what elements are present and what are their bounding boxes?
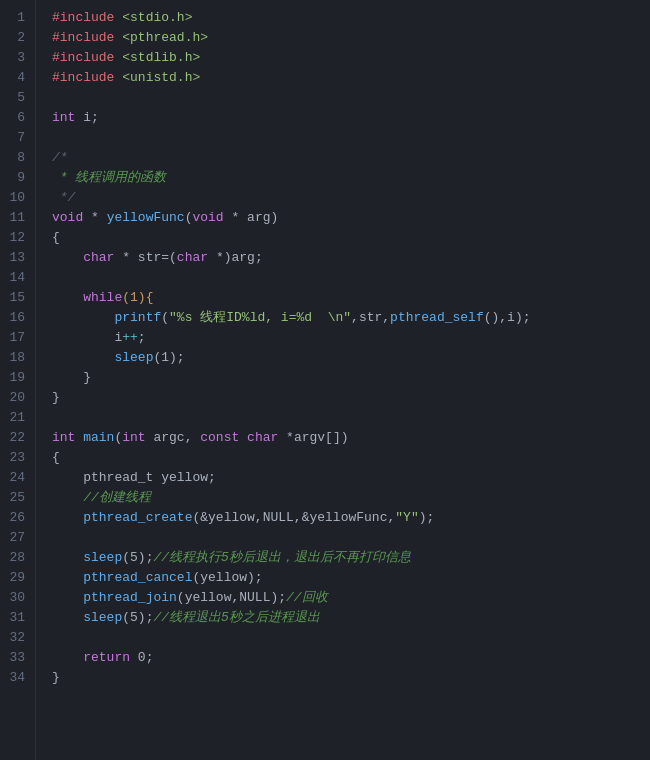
line-number: 15: [0, 288, 35, 308]
code-line: */: [52, 188, 650, 208]
code-line: #include <stdio.h>: [52, 8, 650, 28]
line-number: 26: [0, 508, 35, 528]
line-number: 29: [0, 568, 35, 588]
code-line: [52, 268, 650, 288]
code-line: i++;: [52, 328, 650, 348]
code-line: [52, 128, 650, 148]
line-number: 5: [0, 88, 35, 108]
line-number: 24: [0, 468, 35, 488]
line-number: 22: [0, 428, 35, 448]
code-line: }: [52, 668, 650, 688]
line-number: 23: [0, 448, 35, 468]
code-line: pthread_join(yellow,NULL);//回收: [52, 588, 650, 608]
code-line: [52, 528, 650, 548]
line-number: 9: [0, 168, 35, 188]
code-line: /*: [52, 148, 650, 168]
line-number: 34: [0, 668, 35, 688]
line-number: 20: [0, 388, 35, 408]
line-number: 8: [0, 148, 35, 168]
code-line: return 0;: [52, 648, 650, 668]
line-numbers: 1234567891011121314151617181920212223242…: [0, 0, 36, 760]
code-line: #include <stdlib.h>: [52, 48, 650, 68]
code-line: while(1){: [52, 288, 650, 308]
line-number: 7: [0, 128, 35, 148]
code-line: }: [52, 388, 650, 408]
line-number: 10: [0, 188, 35, 208]
code-line: sleep(1);: [52, 348, 650, 368]
code-line: * 线程调用的函数: [52, 168, 650, 188]
line-number: 31: [0, 608, 35, 628]
line-number: 1: [0, 8, 35, 28]
line-number: 13: [0, 248, 35, 268]
line-number: 18: [0, 348, 35, 368]
line-number: 6: [0, 108, 35, 128]
code-line: //创建线程: [52, 488, 650, 508]
code-line: printf("%s 线程ID%ld, i=%d \n",str,pthread…: [52, 308, 650, 328]
code-content: #include <stdio.h>#include <pthread.h>#i…: [36, 0, 650, 760]
code-line: void * yellowFunc(void * arg): [52, 208, 650, 228]
code-line: [52, 408, 650, 428]
line-number: 16: [0, 308, 35, 328]
code-line: sleep(5);//线程执行5秒后退出，退出后不再打印信息: [52, 548, 650, 568]
code-editor: 1234567891011121314151617181920212223242…: [0, 0, 650, 760]
code-line: pthread_cancel(yellow);: [52, 568, 650, 588]
line-number: 3: [0, 48, 35, 68]
code-line: }: [52, 368, 650, 388]
line-number: 11: [0, 208, 35, 228]
line-number: 12: [0, 228, 35, 248]
line-number: 27: [0, 528, 35, 548]
line-number: 21: [0, 408, 35, 428]
code-line: int i;: [52, 108, 650, 128]
code-line: sleep(5);//线程退出5秒之后进程退出: [52, 608, 650, 628]
line-number: 33: [0, 648, 35, 668]
code-line: int main(int argc, const char *argv[]): [52, 428, 650, 448]
line-number: 17: [0, 328, 35, 348]
code-line: pthread_t yellow;: [52, 468, 650, 488]
code-line: [52, 88, 650, 108]
code-line: #include <unistd.h>: [52, 68, 650, 88]
line-number: 2: [0, 28, 35, 48]
line-number: 4: [0, 68, 35, 88]
code-line: char * str=(char *)arg;: [52, 248, 650, 268]
line-number: 14: [0, 268, 35, 288]
line-number: 28: [0, 548, 35, 568]
code-line: #include <pthread.h>: [52, 28, 650, 48]
line-number: 19: [0, 368, 35, 388]
code-line: [52, 628, 650, 648]
line-number: 32: [0, 628, 35, 648]
code-line: {: [52, 448, 650, 468]
line-number: 25: [0, 488, 35, 508]
code-line: {: [52, 228, 650, 248]
code-line: pthread_create(&yellow,NULL,&yellowFunc,…: [52, 508, 650, 528]
line-number: 30: [0, 588, 35, 608]
